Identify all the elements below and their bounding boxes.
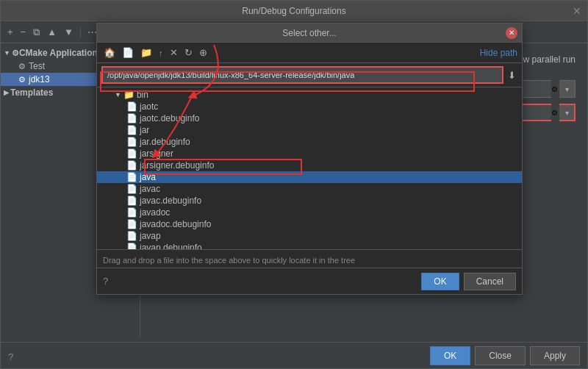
move-up-button[interactable]: ▲: [45, 25, 59, 39]
target-dropdown-button[interactable]: ▾: [559, 80, 576, 98]
tree-item-jarsigner[interactable]: 📄 jarsigner: [97, 148, 522, 160]
dialog-ok-button[interactable]: OK: [421, 273, 459, 290]
tree-item-jar-debuginfo[interactable]: 📄 jar.debuginfo: [97, 136, 522, 148]
dialog-toolbar-left: 🏠 📄 📁 ↑ ✕ ↻ ⊕: [101, 46, 209, 60]
dialog-refresh-button[interactable]: ↻: [182, 46, 195, 60]
dialog-path-download-button[interactable]: ⬇: [506, 68, 517, 82]
jarsigner-icon: 📄: [126, 148, 137, 159]
javadoc-label: javadoc: [140, 207, 170, 218]
tree-item-javap[interactable]: 📄 javap: [97, 230, 522, 242]
jaotc-icon: 📄: [126, 101, 137, 112]
dialog-close-button[interactable]: ✕: [506, 27, 517, 39]
jar-icon: 📄: [126, 125, 137, 135]
dialog-title-bar: Select other... ✕: [97, 24, 522, 43]
java-label: java: [140, 172, 156, 182]
bin-label: bin: [137, 90, 148, 100]
ok-button[interactable]: OK: [430, 346, 470, 365]
tree-item-javadoc-debuginfo[interactable]: 📄 javadoc.debuginfo: [97, 218, 522, 230]
jarsigner-debuginfo-icon: 📄: [126, 160, 137, 171]
test-config-icon: ⚙: [18, 62, 26, 71]
javadoc-icon: 📄: [126, 207, 137, 218]
dialog-home-button[interactable]: 🏠: [101, 46, 118, 60]
dialog-title: Select other...: [282, 28, 336, 38]
javadoc-debuginfo-label: javadoc.debuginfo: [140, 219, 211, 229]
bottom-bar: ? OK Close Apply: [1, 342, 587, 368]
jar-debuginfo-label: jar.debuginfo: [140, 137, 190, 147]
javadoc-debuginfo-icon: 📄: [126, 219, 137, 229]
javac-label: javac: [140, 184, 160, 194]
help-icon[interactable]: ?: [8, 351, 13, 362]
select-other-dialog: Select other... ✕ 🏠 📄 📁 ↑ ✕ ↻ ⊕ Hide pat…: [96, 23, 523, 295]
jarsigner-debuginfo-label: jarsigner.debuginfo: [140, 160, 214, 171]
executable-dropdown-button[interactable]: ▾: [559, 104, 576, 121]
tree-item-jar[interactable]: 📄 jar: [97, 124, 522, 136]
tree-item-jaotc-debuginfo[interactable]: 📄 jaotc.debuginfo: [97, 112, 522, 124]
dialog-status-text: Drag and drop a file into the space abov…: [103, 256, 355, 265]
tree-item-jarsigner-debuginfo[interactable]: 📄 jarsigner.debuginfo: [97, 160, 522, 171]
jaotc-label: jaotc: [140, 101, 158, 112]
file-tree: ▼ 📁 bin 📄 jaotc 📄 jaotc.debuginfo 📄 jar …: [97, 87, 522, 249]
dialog-path-row: ⬇: [97, 63, 522, 87]
sidebar-jdk13-label: jdk13: [29, 74, 50, 85]
javac-debuginfo-label: javac.debuginfo: [140, 196, 201, 206]
target-icon: ⚙: [551, 85, 558, 93]
tree-item-javac[interactable]: 📄 javac: [97, 183, 522, 195]
dialog-toolbar: 🏠 📄 📁 ↑ ✕ ↻ ⊕ Hide path: [97, 43, 522, 63]
main-window: Run/Debug Configurations ✕ + − ⧉ ▲ ▼ ⋯ ▼…: [0, 0, 588, 369]
apply-button[interactable]: Apply: [530, 346, 580, 365]
jdk13-config-icon: ⚙: [18, 75, 26, 85]
remove-config-button[interactable]: −: [18, 25, 29, 39]
jar-label: jar: [140, 125, 149, 135]
templates-arrow-icon: ▶: [4, 89, 9, 96]
javap-debuginfo-icon: 📄: [126, 243, 137, 249]
move-down-button[interactable]: ▼: [62, 25, 76, 39]
tree-item-javac-debuginfo[interactable]: 📄 javac.debuginfo: [97, 195, 522, 207]
sidebar-templates-label: Templates: [10, 87, 53, 98]
dialog-status-bar: Drag and drop a file into the space abov…: [97, 249, 522, 270]
dialog-path-input[interactable]: [101, 66, 503, 84]
dialog-folder-button[interactable]: 📁: [138, 46, 154, 60]
dialog-cancel-button[interactable]: Cancel: [464, 273, 516, 290]
dialog-up-button[interactable]: ↑: [157, 47, 165, 59]
hide-path-button[interactable]: Hide path: [480, 48, 517, 58]
dialog-file-button[interactable]: 📄: [120, 46, 136, 60]
window-title: Run/Debug Configurations: [242, 6, 345, 16]
tree-item-javadoc[interactable]: 📄 javadoc: [97, 207, 522, 218]
javac-icon: 📄: [126, 184, 137, 194]
dialog-search-button[interactable]: ⊕: [197, 46, 209, 60]
tree-item-jaotc[interactable]: 📄 jaotc: [97, 101, 522, 112]
bin-arrow-icon: ▼: [115, 91, 121, 98]
cmake-arrow-icon: ▼: [4, 49, 10, 57]
javap-debuginfo-label: javap.debuginfo: [140, 243, 202, 249]
tree-item-bin[interactable]: ▼ 📁 bin: [97, 89, 522, 101]
javap-icon: 📄: [126, 231, 137, 241]
window-close-icon[interactable]: ✕: [573, 5, 581, 17]
javap-label: javap: [140, 231, 161, 241]
bin-folder-icon: 📁: [123, 90, 135, 100]
title-bar: Run/Debug Configurations ✕: [1, 1, 587, 21]
sidebar-test-label: Test: [29, 61, 45, 71]
jarsigner-label: jarsigner: [140, 148, 173, 159]
add-config-button[interactable]: +: [5, 25, 15, 39]
dialog-delete-button[interactable]: ✕: [168, 46, 180, 60]
java-icon: 📄: [126, 172, 137, 182]
executable-icon: ⚙: [551, 109, 558, 117]
dialog-bottom-bar: ? OK Cancel: [97, 268, 522, 294]
tree-item-javap-debuginfo[interactable]: 📄 javap.debuginfo: [97, 242, 522, 249]
javac-debuginfo-icon: 📄: [126, 196, 137, 206]
tree-item-java[interactable]: 📄 java: [97, 171, 522, 183]
copy-config-button[interactable]: ⧉: [31, 25, 42, 40]
cmake-icon: ⚙: [12, 49, 19, 58]
close-button[interactable]: Close: [475, 346, 526, 365]
jaotc-debuginfo-label: jaotc.debuginfo: [140, 113, 199, 123]
toolbar-separator: [80, 26, 81, 38]
dialog-help-icon[interactable]: ?: [103, 276, 108, 287]
jaotc-debuginfo-icon: 📄: [126, 113, 137, 123]
cmake-section-label: CMake Application: [19, 48, 98, 58]
jar-debuginfo-icon: 📄: [126, 137, 137, 147]
